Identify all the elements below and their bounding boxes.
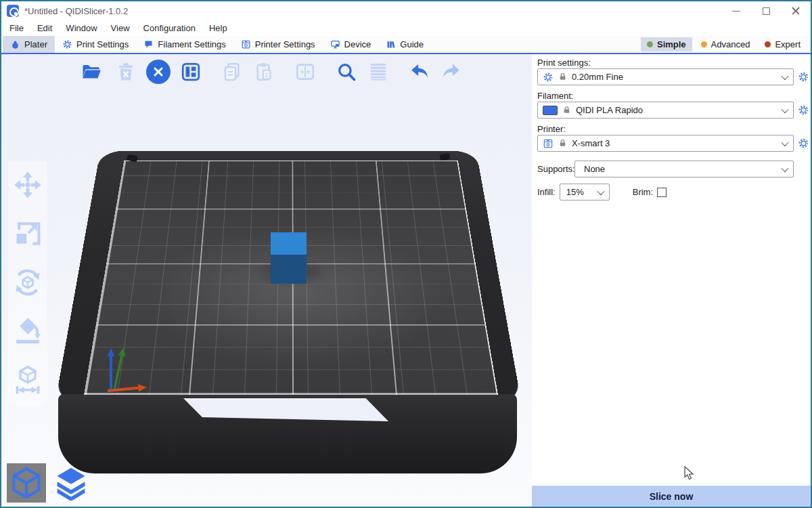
tab-plater[interactable]: Plater [3,36,55,53]
menu-help[interactable]: Help [202,22,234,35]
supports-combo[interactable]: None [574,161,794,177]
model-cube-top[interactable] [271,232,307,255]
print-preset-combo[interactable]: 0.20mm Fine [537,68,794,85]
cube-view-icon [9,465,44,501]
tab-label: Device [344,39,371,49]
mode-label: Expert [775,39,800,49]
rotate-button[interactable] [12,267,43,298]
tab-print-settings[interactable]: Print Settings [55,36,136,53]
minimize-button[interactable] [721,1,751,20]
undo-arrow-icon [409,62,430,82]
move-button[interactable] [12,169,43,200]
tab-label: Filament Settings [158,39,225,49]
measure-icon [13,365,43,395]
place-on-face-button[interactable] [12,316,43,347]
plater-icon [10,39,20,49]
filament-settings-gear-button[interactable] [798,104,809,116]
device-monitor-icon [330,39,340,49]
mode-advanced[interactable]: Advanced [695,37,757,51]
menu-configuration[interactable]: Configuration [137,22,202,35]
mouse-cursor [684,466,695,481]
view-switcher [7,463,91,503]
lock-icon [562,106,571,114]
slice-now-button[interactable]: Slice now [532,486,811,507]
brim-checkbox[interactable] [657,188,667,197]
tab-guide[interactable]: Guide [378,36,431,53]
print-preset-value: 0.20mm Fine [572,72,623,82]
paste-clipboard-icon [254,62,274,82]
filament-label: Filament: [537,91,811,100]
menu-window[interactable]: Window [59,22,104,35]
maximize-button[interactable] [751,1,781,20]
model-cube-front[interactable] [271,255,307,284]
redo-button[interactable] [440,60,463,83]
mode-expert[interactable]: Expert [759,37,807,51]
chevron-down-icon [781,105,788,112]
chevron-down-icon [597,187,604,194]
printer-preset-value: X-smart 3 [572,138,610,148]
app-logo-icon [7,5,19,17]
menu-file[interactable]: File [3,22,30,35]
undo-button[interactable] [408,60,431,83]
editor-view-button[interactable] [7,463,46,503]
printer-label: Printer: [537,124,811,133]
scale-icon [13,219,43,249]
print-settings-gear-icon [62,39,72,49]
menu-view[interactable]: View [104,22,137,35]
arrange-button[interactable] [179,60,202,83]
paste-button[interactable] [252,60,275,83]
arrange-grid-icon [181,62,201,82]
filament-icon [143,39,154,49]
lock-icon [558,72,567,81]
tab-filament-settings[interactable]: Filament Settings [136,36,233,53]
gear-icon [543,72,554,83]
printer-settings-gear-button[interactable] [798,137,809,149]
search-button[interactable] [335,60,358,83]
scale-button[interactable] [12,218,43,249]
open-folder-icon [81,62,102,82]
tab-label: Print Settings [76,39,129,49]
maximize-icon [763,7,770,15]
delete-all-x-icon [152,65,165,79]
close-button[interactable] [781,1,811,20]
chevron-down-icon [781,138,788,146]
infill-combo[interactable]: 15% [560,184,610,200]
split-button[interactable] [294,60,317,83]
infill-label: Infill: [537,187,556,197]
redo-arrow-icon [441,62,461,82]
menu-edit[interactable]: Edit [30,22,59,35]
title-bar: *Untitled - QIDISlicer-1.0.2 [1,1,811,20]
minimize-icon [732,11,740,12]
printer-preset-combo[interactable]: X-smart 3 [537,135,794,152]
tab-printer-settings[interactable]: Printer Settings [233,36,323,53]
search-icon [336,62,357,82]
open-project-button[interactable] [80,60,103,83]
infill-value: 15% [566,187,584,197]
measure-button[interactable] [12,364,43,396]
brim-label: Brim: [633,187,653,197]
filament-preset-combo[interactable]: QIDI PLA Rapido [537,102,794,119]
preview-view-button[interactable] [51,463,91,503]
variable-layer-height-button[interactable] [367,60,390,83]
close-icon [792,7,800,15]
guide-books-icon [386,39,396,49]
print-settings-label: Print settings: [537,58,811,67]
printer-icon [241,39,251,49]
tab-device[interactable]: Device [323,36,379,53]
advanced-dot-icon [701,41,707,47]
delete-all-button[interactable] [146,60,171,84]
expert-dot-icon [765,41,771,47]
tab-bar: Plater Print Settings Filament Settings … [1,36,811,54]
split-arrows-icon [295,62,315,82]
filament-preset-value: QIDI PLA Rapido [576,105,643,115]
supports-value: None [584,164,605,174]
app-window: *Untitled - QIDISlicer-1.0.2 File Edit W… [0,0,812,508]
copy-button[interactable] [221,60,244,83]
layer-lines-icon [368,62,388,82]
delete-button[interactable] [114,60,137,83]
print-settings-gear-button[interactable] [798,71,809,83]
lock-icon [558,139,567,148]
filament-color-swatch [543,106,558,115]
viewport-3d[interactable] [1,54,532,507]
mode-simple[interactable]: Simple [641,37,692,51]
